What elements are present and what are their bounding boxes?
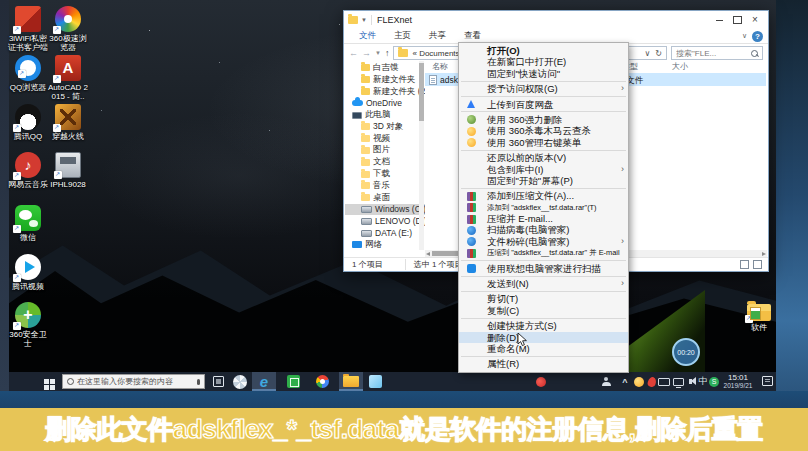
menu-item[interactable]: 发送到(N)› [459, 278, 628, 289]
minimize-button[interactable] [710, 13, 728, 27]
menu-item[interactable]: 使用 360杀毒木马云查杀 [459, 125, 628, 136]
menu-item[interactable]: 使用 360强力删除 [459, 114, 628, 125]
sidebar-item[interactable]: 网络 [345, 239, 425, 251]
desktop-icon[interactable]: 腾讯视频 [6, 254, 50, 291]
desktop-icon[interactable]: 360安全卫士 [6, 302, 50, 348]
menu-item[interactable]: 固定到"快速访问" [459, 68, 628, 79]
sidebar-item[interactable]: 下载 [345, 168, 425, 180]
tray-tray-app-green[interactable] [708, 374, 720, 389]
menu-item[interactable]: 包含到库中(I)› [459, 164, 628, 175]
taskbar-clock[interactable]: 15:01 2019/9/21 [719, 373, 757, 390]
desktop-icon[interactable]: AutoCAD 2015 - 简.. [46, 55, 90, 101]
tray-hidden-icons[interactable]: ^ [619, 374, 631, 389]
scroll-left-icon[interactable] [426, 252, 430, 256]
sidebar-item[interactable]: 3D 对象 [345, 121, 425, 133]
menu-item[interactable]: 使用 360管理右键菜单 [459, 137, 628, 148]
taskbar-search-input[interactable]: 在这里输入你要搜索的内容 [62, 374, 205, 389]
sidebar-item[interactable]: 视频 [345, 133, 425, 145]
desktop-icon[interactable]: 软件 [737, 299, 781, 332]
menu-item[interactable]: 添加到 "adskflex__tsf.data.rar"(T) [459, 202, 628, 213]
desktop-icon[interactable]: 3iWiFi私密证书客户端 [6, 6, 50, 52]
menu-item[interactable]: 在新窗口中打开(E) [459, 56, 628, 67]
taskbar-app-chrome-browser[interactable] [310, 372, 334, 391]
menu-item[interactable]: 压缩并 E-mail... [459, 213, 628, 224]
titlebar[interactable]: ▼ FLEXnet × [344, 11, 768, 29]
menu-item[interactable]: 打开(O) [459, 45, 628, 56]
sidebar-item[interactable]: 音乐 [345, 180, 425, 192]
icons-view-icon[interactable] [753, 260, 762, 269]
tray-display[interactable] [672, 374, 684, 389]
desktop-icon[interactable]: 360极速浏览器 [46, 6, 90, 52]
sidebar-item[interactable]: 此电脑 [345, 109, 425, 121]
menu-item[interactable]: 固定到"开始"屏幕(P) [459, 175, 628, 186]
nav-scrollbar-thumb[interactable] [419, 63, 424, 121]
forward-icon[interactable]: → [362, 48, 371, 58]
maximize-button[interactable] [728, 13, 746, 27]
details-view-icon[interactable] [740, 260, 749, 269]
desktop-icon[interactable]: 微信 [6, 205, 50, 242]
menu-item[interactable]: 文件粉碎(电脑管家)› [459, 236, 628, 247]
tab-查看[interactable]: 查看 [455, 30, 490, 42]
help-icon[interactable] [752, 31, 763, 42]
recording-timer-bubble[interactable]: 00:20 [672, 338, 700, 366]
menu-item[interactable]: 使用联想电脑管家进行扫描 [459, 263, 628, 274]
nav-scrollbar[interactable] [419, 61, 424, 250]
column-header-名称[interactable]: 名称 [432, 61, 448, 72]
quick-access-toolbar-caret-icon[interactable]: ▼ [361, 17, 367, 23]
desktop-icon[interactable]: QQ浏览器 [6, 55, 50, 92]
start-button[interactable] [44, 379, 49, 384]
sidebar-item[interactable]: 白吉馍 [345, 62, 425, 74]
menu-item[interactable]: 授予访问权限(G)› [459, 83, 628, 94]
refresh-icon[interactable]: ↻ [655, 49, 662, 58]
sidebar-item[interactable]: 文档 [345, 156, 425, 168]
scroll-right-icon[interactable] [762, 252, 766, 256]
recent-locations-icon[interactable]: ▼ [375, 50, 381, 56]
menu-item[interactable]: 创建快捷方式(S) [459, 320, 628, 331]
up-icon[interactable]: ↑ [385, 48, 390, 58]
taskbar-app-blue-app[interactable] [363, 372, 387, 391]
sidebar-item[interactable]: 新建文件夹 [345, 74, 425, 86]
desktop-icon[interactable]: IPHL9028 [46, 152, 90, 189]
column-header-大小[interactable]: 大小 [672, 61, 688, 72]
recording-indicator-icon[interactable] [536, 377, 546, 387]
taskbar-app-360-browser[interactable] [228, 372, 252, 391]
menu-item[interactable]: 属性(R) [459, 358, 628, 369]
menu-item[interactable]: 复制(C) [459, 305, 628, 316]
address-dropdown-icon[interactable]: ∨ [644, 49, 650, 58]
desktop-icon[interactable]: 穿越火线 [46, 104, 90, 141]
taskbar-app-file-explorer[interactable] [339, 372, 363, 391]
tray-tray-app-red[interactable] [646, 374, 658, 389]
close-button[interactable]: × [746, 13, 764, 27]
menu-item[interactable]: 扫描病毒(电脑管家) [459, 224, 628, 235]
back-icon[interactable]: ← [349, 48, 358, 58]
taskbar-app-ie-browser[interactable] [252, 372, 276, 391]
menu-item[interactable]: 添加到压缩文件(A)... [459, 190, 628, 201]
sidebar-item[interactable]: LENOVO (D:) [345, 215, 425, 227]
menu-item[interactable]: 删除(D) [459, 332, 628, 343]
task-view-button[interactable] [213, 376, 224, 387]
search-input[interactable]: 搜索"FLE... [671, 46, 763, 60]
menu-item[interactable]: 剪切(T) [459, 293, 628, 304]
ribbon-collapse-icon[interactable]: ∨ [742, 32, 747, 40]
tray-people[interactable] [600, 374, 612, 389]
menu-item[interactable]: 上传到百度网盘 [459, 99, 628, 110]
taskbar-app-green-app[interactable] [281, 372, 305, 391]
action-center-icon[interactable] [762, 376, 773, 386]
desktop-icon[interactable]: 网易云音乐 [6, 152, 50, 189]
menu-item[interactable]: 压缩到 "adskflex__tsf.data.rar" 并 E-mail [459, 247, 628, 258]
sidebar-item[interactable]: 新建文件夹 (2) [345, 86, 425, 98]
tab-文件[interactable]: 文件 [350, 30, 385, 42]
menu-item[interactable]: 还原以前的版本(V) [459, 152, 628, 163]
tab-主页[interactable]: 主页 [385, 30, 420, 42]
sidebar-item[interactable]: 图片 [345, 145, 425, 157]
sidebar-item[interactable]: OneDrive [345, 97, 425, 109]
tray-tray-app-yellow[interactable] [633, 374, 645, 389]
tray-touch-keyboard[interactable] [658, 374, 670, 389]
sidebar-item[interactable]: Windows (C:) [345, 204, 425, 216]
tab-共享[interactable]: 共享 [420, 30, 455, 42]
desktop-icon[interactable]: 腾讯QQ [6, 104, 50, 141]
menu-item[interactable]: 重命名(M) [459, 343, 628, 354]
microphone-icon[interactable] [197, 379, 200, 385]
sidebar-item[interactable]: DATA (E:) [345, 227, 425, 239]
sidebar-item[interactable]: 桌面 [345, 192, 425, 204]
